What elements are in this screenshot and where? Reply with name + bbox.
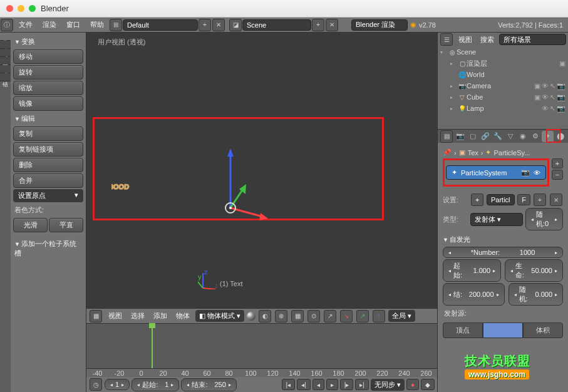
crumb-object[interactable]: Tex [468,149,478,157]
tab-object-icon[interactable]: ▽ [504,131,516,142]
ps-item-name[interactable]: ParticleSystem [461,169,517,177]
outliner-search[interactable]: 搜索 [477,35,497,44]
outliner-editor-icon[interactable]: ☰ [440,33,453,46]
ps-add-button[interactable]: + [552,158,563,168]
setting-f-button[interactable]: F [517,194,530,205]
tab-tools[interactable]: 工具 [0,33,11,41]
engine-dropdown[interactable]: Blender 渲染 [351,19,408,31]
scale-button[interactable]: 缩放 [13,81,83,95]
tab-grease[interactable]: 错 [0,73,11,81]
current-frame-field[interactable]: 1 [105,379,130,390]
tab-constraint-icon[interactable]: ◉ [517,131,529,142]
mirror-button[interactable]: 镜像 [13,96,83,111]
pivot-icon[interactable]: ⊕ [275,310,287,322]
props-editor-icon[interactable]: ▤ [440,130,453,143]
timeline-editor-icon[interactable]: ◷ [90,378,102,391]
jump-end-icon[interactable]: ▸| [355,379,369,390]
play-rev-icon[interactable]: ◂ [312,379,324,390]
smooth-button[interactable]: 光滑 [13,218,48,232]
particle-system-item[interactable]: ✦ ParticleSystem 📷 👁 [446,165,546,180]
ps-render-toggle-icon[interactable]: 📷 [521,168,530,177]
scene-add-icon[interactable]: + [312,19,324,31]
tab-render-icon[interactable]: 📷 [454,131,466,142]
tab-animation[interactable]: 动画 [0,57,11,65]
menu-file[interactable]: 文件 [14,20,38,29]
shading-sphere-icon[interactable] [247,312,256,321]
copy-button[interactable]: 复制 [13,126,83,141]
emit-faces[interactable] [483,322,523,338]
random-field[interactable]: 随机: 0.000 [509,283,563,306]
end-frame-field[interactable]: 结束: 250 [181,378,236,391]
layout-add-icon[interactable]: + [199,19,211,31]
editor-type-icon[interactable]: ▦ [90,310,102,322]
start-field[interactable]: 起始: 1.000 [443,259,501,282]
vh-add[interactable]: 添加 [150,311,170,321]
ol-camera[interactable]: Camera [467,82,491,90]
tab-scene-icon[interactable]: 🔗 [479,131,491,142]
origin-dropdown[interactable]: 设置原点▾ [13,189,83,202]
play-icon[interactable]: ▸ [326,379,338,390]
merge-button[interactable]: 合并 [13,173,83,188]
info-editor-icon[interactable]: ⓘ [1,19,13,31]
setting-add-icon[interactable]: + [534,193,546,206]
ol-renderlayers[interactable]: 渲染层 [467,59,487,68]
history-hdr[interactable]: 添加一个粒子系统槽 [13,237,83,260]
menu-help[interactable]: 帮助 [85,20,109,29]
timeline-cursor[interactable] [152,324,153,368]
axis-z-icon[interactable]: ↑ [373,310,385,322]
sync-dropdown[interactable]: 无同步 ▾ [371,379,405,391]
emit-verts[interactable]: 顶点 [443,322,483,338]
3d-viewport[interactable]: 用户视图 (透视) GOOD [86,33,437,308]
flat-button[interactable]: 平直 [49,218,83,232]
number-field[interactable]: *Number:1000 [443,247,563,258]
move-button[interactable]: 移动 [13,49,83,64]
life-field[interactable]: 生命: 50.000 [505,259,563,282]
delete-button[interactable]: 删除 [13,158,83,172]
axis-y-icon[interactable]: ↗ [356,310,369,322]
tab-modifier-icon[interactable]: ⚙ [529,131,541,142]
type-dropdown[interactable]: 发射体 ▾ [470,213,523,226]
tab-create[interactable]: 创建 [0,41,11,49]
layers-icon[interactable]: ▦ [291,310,304,322]
rotate-button[interactable]: 旋转 [13,65,83,80]
end-field[interactable]: 结: 200.000 [443,283,505,306]
ps-visibility-toggle-icon[interactable]: 👁 [534,169,540,177]
seed-field[interactable]: 随机:0 [525,208,563,230]
setting-browse-icon[interactable]: ✦ [471,193,483,206]
emit-source-toggle[interactable]: 顶点 体积 [443,322,563,338]
start-frame-field[interactable]: 起始: 1 [132,378,179,391]
copylink-button[interactable]: 复制链接项 [13,142,83,157]
scene-browse-icon[interactable]: ◪ [229,19,242,31]
tab-world-icon[interactable]: 🔧 [492,131,503,142]
tab-renderlayer-icon[interactable]: ▢ [467,131,478,142]
panel-edit-hdr[interactable]: 编辑 [13,112,83,125]
menu-render[interactable]: 渲染 [38,20,61,29]
3d-manipulator[interactable] [212,145,268,220]
ps-remove-button[interactable]: − [552,170,563,180]
layout-dropdown[interactable]: Default [123,19,198,31]
ol-lamp[interactable]: Lamp [467,105,484,112]
close-window-btn[interactable] [6,5,13,12]
autokey-icon[interactable]: ● [406,379,419,390]
ol-world[interactable]: World [467,71,485,78]
menu-window[interactable]: 窗口 [61,20,85,29]
outliner-view[interactable]: 视图 [455,35,475,44]
keyframe-prev-icon[interactable]: ◂| [297,379,311,390]
outliner[interactable]: ▾◎Scene ▸▢渲染层▣ 🌐World ▸📷Camera▣👁↖📷 ▸▽Cub… [438,46,568,129]
vh-object[interactable]: 物体 [173,311,193,321]
orientation-dropdown[interactable]: 全局 ▾ [388,310,415,322]
jump-start-icon[interactable]: |◂ [282,379,296,390]
tab-relations[interactable]: 关系 [0,49,11,57]
emission-panel-hdr[interactable]: 自发光 [443,232,563,247]
scene-del-icon[interactable]: ✕ [326,19,338,31]
setting-name-field[interactable]: Particl [487,194,515,205]
vh-select[interactable]: 选择 [128,311,148,321]
outliner-scope-dropdown[interactable]: 所有场景 [499,34,566,45]
keyset-icon[interactable]: ◆ [421,379,435,390]
manipulator-toggle-icon[interactable]: ↗ [324,310,336,322]
snap-icon[interactable]: ⊙ [307,310,320,322]
ol-scene[interactable]: Scene [457,48,476,56]
tab-physics[interactable]: 物理 [0,65,11,73]
maximize-window-btn[interactable] [29,5,36,12]
vh-btn-1[interactable]: ◐ [259,310,271,322]
